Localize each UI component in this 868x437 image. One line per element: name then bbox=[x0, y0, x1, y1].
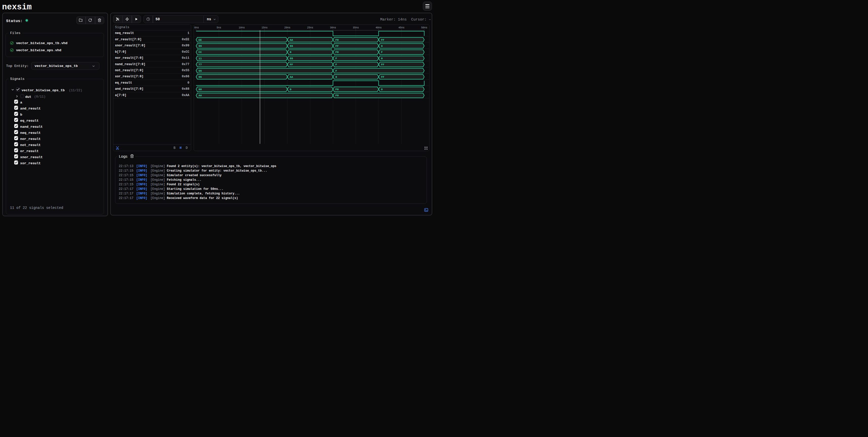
svg-text:F0: F0 bbox=[335, 94, 339, 97]
svg-text:FF: FF bbox=[381, 63, 384, 66]
svg-text:AA: AA bbox=[290, 38, 293, 41]
svg-text:55: 55 bbox=[290, 57, 293, 60]
svg-text:F: F bbox=[335, 57, 337, 60]
svg-text:0: 0 bbox=[335, 75, 337, 79]
svg-text:99: 99 bbox=[198, 44, 202, 48]
svg-text:45ns: 45ns bbox=[398, 26, 404, 29]
svg-text:FF: FF bbox=[381, 75, 384, 79]
svg-text:88: 88 bbox=[198, 88, 202, 91]
svg-text:F: F bbox=[335, 63, 337, 66]
svg-text:0: 0 bbox=[381, 88, 383, 91]
svg-text:AA: AA bbox=[198, 94, 202, 97]
svg-text:5ns: 5ns bbox=[216, 26, 221, 29]
svg-text:0ns: 0ns bbox=[194, 26, 199, 29]
svg-text:40ns: 40ns bbox=[375, 26, 381, 29]
svg-text:0: 0 bbox=[290, 51, 291, 54]
svg-text:30ns: 30ns bbox=[330, 26, 336, 29]
svg-text:FF: FF bbox=[290, 63, 293, 66]
svg-text:55: 55 bbox=[198, 69, 202, 72]
svg-text:55: 55 bbox=[290, 44, 293, 48]
svg-text:F: F bbox=[335, 69, 337, 72]
svg-text:77: 77 bbox=[198, 63, 202, 66]
svg-text:EE: EE bbox=[198, 38, 202, 41]
svg-text:0: 0 bbox=[381, 44, 383, 48]
svg-text:F0: F0 bbox=[335, 38, 339, 41]
svg-text:20ns: 20ns bbox=[284, 26, 290, 29]
svg-text:10ns: 10ns bbox=[239, 26, 245, 29]
svg-text:CC: CC bbox=[198, 51, 202, 54]
svg-text:66: 66 bbox=[198, 75, 202, 79]
svg-text:0: 0 bbox=[290, 88, 291, 91]
svg-text:F0: F0 bbox=[335, 51, 339, 54]
svg-text:25ns: 25ns bbox=[307, 26, 313, 29]
svg-text:15ns: 15ns bbox=[261, 26, 268, 29]
svg-text:AA: AA bbox=[290, 75, 293, 79]
svg-text:F: F bbox=[381, 51, 383, 54]
svg-text:0: 0 bbox=[381, 57, 383, 60]
svg-text:FF: FF bbox=[335, 44, 339, 48]
svg-text:50ns: 50ns bbox=[421, 26, 427, 29]
svg-text:11: 11 bbox=[198, 57, 202, 60]
svg-text:35ns: 35ns bbox=[352, 26, 359, 29]
svg-text:F0: F0 bbox=[335, 88, 339, 91]
svg-text:FF: FF bbox=[381, 38, 384, 41]
